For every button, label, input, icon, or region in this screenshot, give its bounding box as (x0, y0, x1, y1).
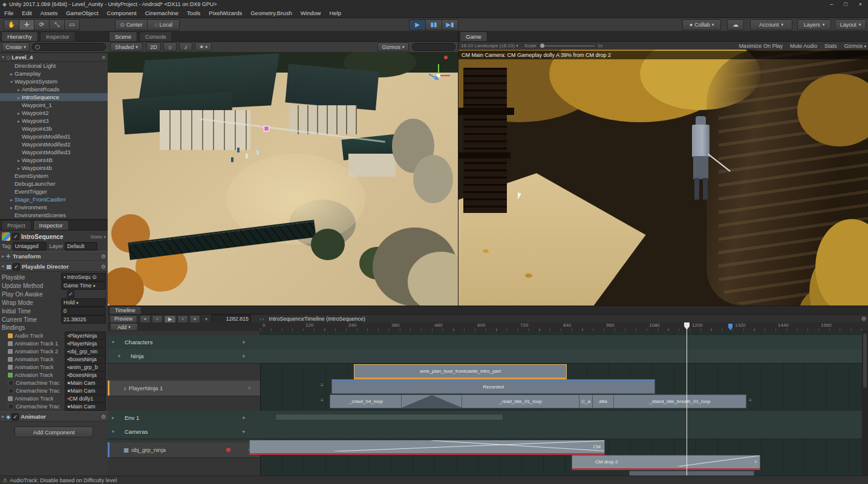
shading-mode-dropdown[interactable]: Shaded▾ (110, 42, 143, 51)
cloud-button[interactable]: ☁ (727, 19, 744, 30)
timeline-ruler[interactable]: 0 120 240 360 480 600 720 840 960 1080 1… (260, 322, 868, 331)
menu-cinemachine[interactable]: Cinemachine (141, 8, 183, 18)
rect-tool-button[interactable]: ▭ (65, 19, 80, 30)
hierarchy-item[interactable]: WaypointModified1 (0, 132, 108, 140)
track-group-cameras[interactable]: ▾ Cameras + (108, 425, 868, 439)
menu-assets[interactable]: Assets (36, 8, 62, 18)
goto-start-button[interactable]: « (140, 315, 151, 323)
move-tool-button[interactable]: ✛ (19, 19, 34, 30)
clip-audio[interactable]: amb_plan_busi_frontcastle_intro_part (354, 364, 567, 379)
layout-dropdown[interactable]: Layout▾ (835, 19, 866, 30)
clip-menu-icon[interactable]: ≡ (754, 459, 757, 465)
hierarchy-item[interactable]: WaypointModified3 (0, 148, 108, 156)
tab-inspector[interactable]: Inspector (33, 220, 69, 230)
item-menu-icon[interactable]: ≡ (62, 196, 66, 203)
expand-arrow-icon[interactable]: ▸ (16, 157, 22, 164)
create-button[interactable]: Create▾ (2, 42, 30, 51)
binding-object-field[interactable]: ●Main Cam (65, 402, 106, 411)
toggle-2d-button[interactable]: 2D (146, 42, 161, 51)
layers-dropdown[interactable]: Layers▾ (797, 19, 831, 30)
hierarchy-item[interactable]: ▸Stage_FrontCastle≡ (0, 195, 108, 203)
clip-animation[interactable]: _stand_idle_breath_01_loop (613, 394, 746, 408)
pause-button[interactable]: ▮▮ (426, 19, 442, 30)
initial-time-field[interactable]: 0 (61, 307, 106, 315)
timeline-preview-button[interactable]: Preview (109, 315, 137, 323)
gear-icon[interactable]: ⚙ (101, 414, 108, 420)
binding-object-field[interactable]: ●Main Cam (65, 379, 106, 387)
game-gizmos-dropdown[interactable]: Gizmos ▾ (844, 43, 866, 49)
hierarchy-item[interactable]: ▸Waypoint4b (0, 164, 108, 172)
clip-recorded[interactable]: Recorded (331, 379, 655, 394)
tab-console[interactable]: Console (139, 31, 172, 41)
add-track-button[interactable]: + (242, 428, 246, 435)
add-track-button[interactable]: + (242, 353, 246, 359)
clip-animation[interactable]: C_a (579, 394, 593, 408)
next-frame-button[interactable]: › (177, 315, 188, 323)
menu-file[interactable]: File (0, 8, 18, 18)
foldout-arrow-icon[interactable]: ▸ (0, 414, 6, 419)
track-group-ninja[interactable]: ▾ Ninja + (108, 349, 868, 364)
binding-object-field[interactable]: ▪BoxesNinja (65, 355, 106, 364)
maximize-button[interactable]: □ (838, 1, 852, 7)
record-button[interactable] (226, 448, 230, 452)
aspect-dropdown[interactable]: 16:10 Landscape (16:10) ▾ (461, 43, 518, 48)
timeline-settings-gear-icon[interactable]: ⚙ (861, 316, 866, 322)
hierarchy-item[interactable]: Waypoint_1 (0, 101, 108, 109)
update-method-dropdown[interactable]: Game Time ▾ (61, 281, 106, 290)
menu-pixelwizards[interactable]: PixelWizards (204, 8, 246, 18)
clip-animation[interactable]: _crawl_04_loop (330, 394, 402, 408)
gameobject-name[interactable]: IntroSequence (21, 234, 63, 240)
expand-arrow-icon[interactable]: ▸ (16, 94, 22, 101)
mute-audio-toggle[interactable]: Mute Audio (790, 43, 817, 49)
binding-object-field[interactable]: ▪BoxesNinja (65, 371, 106, 379)
timeline-add-button[interactable]: Add▾ (110, 323, 138, 331)
enabled-checkbox[interactable]: ✓ (11, 413, 19, 420)
goto-end-button[interactable]: » (189, 315, 200, 323)
scene-lighting-button[interactable]: ☼ (163, 42, 177, 51)
clip-animation[interactable]: _read_idle_01_loop (462, 394, 579, 408)
scale-slider[interactable] (540, 45, 595, 47)
hierarchy-item[interactable]: ▸Waypoint4B (0, 156, 108, 164)
hierarchy-item[interactable]: ▸Waypoint3 (0, 117, 108, 125)
foldout-arrow-icon[interactable]: ▸ (0, 253, 6, 259)
expand-arrow-icon[interactable]: ▸ (8, 70, 15, 77)
hierarchy-item[interactable]: WaypointModified2 (0, 140, 108, 148)
expand-arrow-icon[interactable]: ▾ (110, 339, 116, 345)
stats-toggle[interactable]: Stats (824, 43, 837, 49)
status-message[interactable]: AudioTrack: Disable based on Difficulty … (10, 477, 117, 483)
maximize-on-play-toggle[interactable]: Maximize On Play (739, 43, 783, 49)
menu-component[interactable]: Component (103, 8, 141, 18)
tab-project[interactable]: Project (1, 220, 31, 230)
clip-crossfade-in[interactable] (431, 394, 463, 408)
tab-scene[interactable]: Scene (109, 31, 137, 41)
close-button[interactable]: × (853, 1, 868, 7)
add-track-button[interactable]: + (242, 339, 246, 345)
game-viewport[interactable]: CM Main Camera: CM Gameplay dolly A 39% … (458, 50, 868, 306)
binding-object-field[interactable]: ●Main Cam (65, 387, 106, 395)
add-track-button[interactable]: + (242, 414, 246, 421)
translate-gizmo[interactable] (427, 63, 451, 87)
scrollbar-thumb[interactable] (863, 333, 867, 388)
current-time-field[interactable]: 21.38025 (61, 315, 106, 324)
binding-object-field[interactable]: ▪PlayerNinja (65, 332, 106, 340)
scene-effects-dropdown[interactable]: ✶▾ (195, 42, 212, 51)
scene-header-row[interactable]: ▾◇Level_4≡ (0, 53, 108, 62)
enabled-checkbox[interactable]: ✓ (13, 263, 20, 270)
clip-animation[interactable]: atta (592, 394, 614, 408)
track-header-audio[interactable]: ♪ PlayerNinja 1 ≈ (108, 381, 260, 396)
hierarchy-item[interactable]: ▾WaypointSystem (0, 77, 108, 85)
playable-object-field[interactable]: ▪ IntroSequ ⊙ (61, 273, 106, 281)
hierarchy-item[interactable]: ▸Environment (0, 203, 108, 211)
step-button[interactable]: ▶▮ (442, 19, 458, 30)
collab-button[interactable]: ●Collab▾ (682, 19, 721, 30)
tag-dropdown[interactable]: Untagged (13, 242, 47, 250)
hierarchy-item[interactable]: ▸Waypoint2 (0, 109, 108, 117)
add-component-button[interactable]: Add Component (15, 427, 93, 437)
tab-hierarchy[interactable]: Hierarchy (1, 31, 38, 41)
playable-director-header[interactable]: ▾ ▦ ✓ Playable Director ⚙ (0, 261, 108, 272)
foldout-arrow-icon[interactable]: ▾ (0, 264, 6, 269)
previous-frame-button[interactable]: ‹ (152, 315, 163, 323)
gear-icon[interactable]: ⚙ (101, 253, 108, 260)
hand-tool-button[interactable]: ✋ (4, 19, 19, 30)
clip-cinemachine-shot[interactable]: CM drop 2 ≡ (572, 455, 760, 470)
